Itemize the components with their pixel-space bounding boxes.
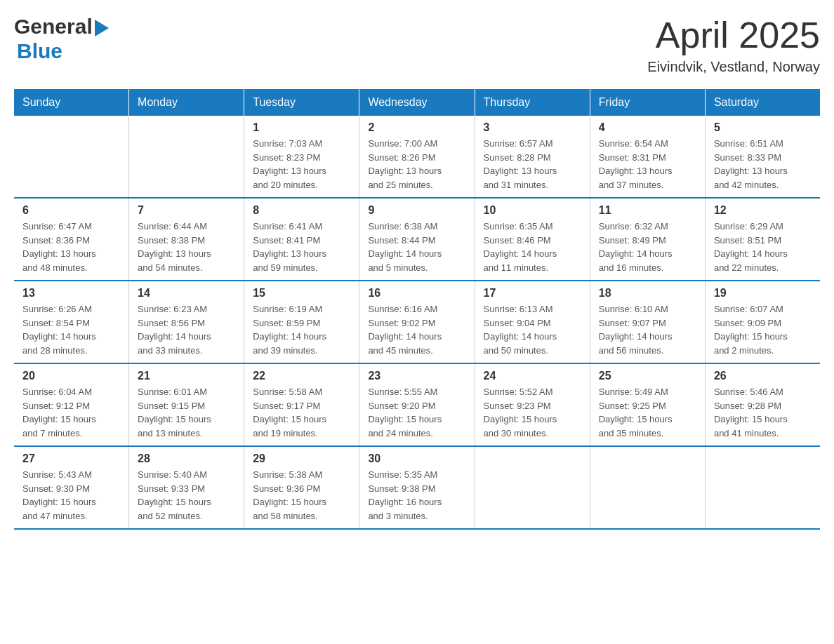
- calendar-body: 1Sunrise: 7:03 AM Sunset: 8:23 PM Daylig…: [14, 116, 820, 529]
- day-info: Sunrise: 6:35 AM Sunset: 8:46 PM Dayligh…: [484, 220, 581, 274]
- calendar-cell: 15Sunrise: 6:19 AM Sunset: 8:59 PM Dayli…: [244, 281, 359, 363]
- day-number: 11: [599, 204, 696, 217]
- calendar-cell: 22Sunrise: 5:58 AM Sunset: 9:17 PM Dayli…: [244, 363, 359, 446]
- calendar-cell: 29Sunrise: 5:38 AM Sunset: 9:36 PM Dayli…: [244, 446, 359, 529]
- calendar-cell: 23Sunrise: 5:55 AM Sunset: 9:20 PM Dayli…: [359, 363, 475, 446]
- calendar-cell: 21Sunrise: 6:01 AM Sunset: 9:15 PM Dayli…: [129, 363, 244, 446]
- weekday-header-wednesday: Wednesday: [359, 89, 475, 116]
- calendar-cell: [14, 116, 129, 198]
- weekday-header-saturday: Saturday: [705, 89, 820, 116]
- day-info: Sunrise: 6:16 AM Sunset: 9:02 PM Dayligh…: [368, 302, 465, 357]
- logo-arrow-icon: [95, 20, 109, 39]
- calendar-cell: 18Sunrise: 6:10 AM Sunset: 9:07 PM Dayli…: [590, 281, 705, 363]
- calendar-cell: 14Sunrise: 6:23 AM Sunset: 8:56 PM Dayli…: [129, 281, 244, 363]
- calendar-cell: 25Sunrise: 5:49 AM Sunset: 9:25 PM Dayli…: [590, 363, 705, 446]
- day-number: 8: [253, 204, 350, 217]
- day-info: Sunrise: 6:41 AM Sunset: 8:41 PM Dayligh…: [253, 220, 350, 274]
- day-number: 30: [368, 452, 465, 465]
- day-number: 3: [484, 121, 581, 134]
- day-info: Sunrise: 6:51 AM Sunset: 8:33 PM Dayligh…: [714, 137, 812, 192]
- weekday-header-tuesday: Tuesday: [244, 89, 359, 116]
- day-info: Sunrise: 5:46 AM Sunset: 9:28 PM Dayligh…: [714, 385, 812, 440]
- day-number: 21: [138, 370, 235, 382]
- logo-blue-text: Blue: [17, 39, 62, 62]
- calendar-cell: 3Sunrise: 6:57 AM Sunset: 8:28 PM Daylig…: [475, 116, 590, 198]
- day-info: Sunrise: 5:43 AM Sunset: 9:30 PM Dayligh…: [22, 468, 120, 523]
- day-number: 29: [253, 452, 350, 465]
- calendar-cell: 16Sunrise: 6:16 AM Sunset: 9:02 PM Dayli…: [359, 281, 475, 363]
- day-number: 2: [368, 121, 465, 134]
- day-number: 1: [253, 121, 350, 134]
- day-number: 7: [138, 204, 235, 217]
- calendar-cell: 30Sunrise: 5:35 AM Sunset: 9:38 PM Dayli…: [359, 446, 475, 529]
- calendar-cell: 11Sunrise: 6:32 AM Sunset: 8:49 PM Dayli…: [590, 198, 705, 281]
- calendar-week-row: 20Sunrise: 6:04 AM Sunset: 9:12 PM Dayli…: [14, 363, 820, 446]
- calendar-cell: [590, 446, 705, 529]
- day-number: 13: [22, 287, 120, 300]
- day-info: Sunrise: 6:57 AM Sunset: 8:28 PM Dayligh…: [484, 137, 581, 192]
- calendar-cell: 6Sunrise: 6:47 AM Sunset: 8:36 PM Daylig…: [14, 198, 129, 281]
- day-info: Sunrise: 6:13 AM Sunset: 9:04 PM Dayligh…: [484, 302, 581, 357]
- day-number: 26: [714, 370, 812, 382]
- day-info: Sunrise: 6:07 AM Sunset: 9:09 PM Dayligh…: [714, 302, 812, 357]
- calendar-cell: 24Sunrise: 5:52 AM Sunset: 9:23 PM Dayli…: [475, 363, 590, 446]
- day-number: 25: [599, 370, 696, 382]
- day-info: Sunrise: 6:44 AM Sunset: 8:38 PM Dayligh…: [138, 220, 235, 274]
- day-info: Sunrise: 6:54 AM Sunset: 8:31 PM Dayligh…: [599, 137, 696, 192]
- calendar-cell: 9Sunrise: 6:38 AM Sunset: 8:44 PM Daylig…: [359, 198, 475, 281]
- calendar-cell: 19Sunrise: 6:07 AM Sunset: 9:09 PM Dayli…: [705, 281, 820, 363]
- day-info: Sunrise: 6:04 AM Sunset: 9:12 PM Dayligh…: [22, 385, 120, 440]
- day-number: 24: [484, 370, 581, 382]
- day-number: 18: [599, 287, 696, 300]
- day-number: 4: [599, 121, 696, 134]
- title-area: April 2025 Eivindvik, Vestland, Norway: [647, 14, 820, 75]
- calendar-cell: 26Sunrise: 5:46 AM Sunset: 9:28 PM Dayli…: [705, 363, 820, 446]
- day-number: 23: [368, 370, 465, 382]
- day-number: 9: [368, 204, 465, 217]
- day-info: Sunrise: 6:26 AM Sunset: 8:54 PM Dayligh…: [22, 302, 120, 357]
- day-number: 15: [253, 287, 350, 300]
- day-info: Sunrise: 6:32 AM Sunset: 8:49 PM Dayligh…: [599, 220, 696, 274]
- calendar-cell: 4Sunrise: 6:54 AM Sunset: 8:31 PM Daylig…: [590, 116, 705, 198]
- day-info: Sunrise: 5:35 AM Sunset: 9:38 PM Dayligh…: [368, 468, 465, 523]
- day-number: 19: [714, 287, 812, 300]
- day-info: Sunrise: 5:49 AM Sunset: 9:25 PM Dayligh…: [599, 385, 696, 440]
- day-info: Sunrise: 7:00 AM Sunset: 8:26 PM Dayligh…: [368, 137, 465, 192]
- calendar-week-row: 6Sunrise: 6:47 AM Sunset: 8:36 PM Daylig…: [14, 198, 820, 281]
- calendar-cell: 17Sunrise: 6:13 AM Sunset: 9:04 PM Dayli…: [475, 281, 590, 363]
- day-info: Sunrise: 5:38 AM Sunset: 9:36 PM Dayligh…: [253, 468, 350, 523]
- calendar-week-row: 13Sunrise: 6:26 AM Sunset: 8:54 PM Dayli…: [14, 281, 820, 363]
- calendar-cell: 28Sunrise: 5:40 AM Sunset: 9:33 PM Dayli…: [129, 446, 244, 529]
- logo-general-text: General: [14, 15, 93, 39]
- calendar-cell: 27Sunrise: 5:43 AM Sunset: 9:30 PM Dayli…: [14, 446, 129, 529]
- calendar-cell: 12Sunrise: 6:29 AM Sunset: 8:51 PM Dayli…: [705, 198, 820, 281]
- weekday-header-row: SundayMondayTuesdayWednesdayThursdayFrid…: [14, 89, 820, 116]
- day-info: Sunrise: 5:52 AM Sunset: 9:23 PM Dayligh…: [484, 385, 581, 440]
- calendar-header: SundayMondayTuesdayWednesdayThursdayFrid…: [14, 89, 820, 116]
- day-info: Sunrise: 6:47 AM Sunset: 8:36 PM Dayligh…: [22, 220, 120, 274]
- day-info: Sunrise: 6:23 AM Sunset: 8:56 PM Dayligh…: [138, 302, 235, 357]
- day-number: 17: [484, 287, 581, 300]
- day-info: Sunrise: 6:19 AM Sunset: 8:59 PM Dayligh…: [253, 302, 350, 357]
- day-number: 27: [22, 452, 120, 465]
- day-number: 20: [22, 370, 120, 382]
- weekday-header-friday: Friday: [590, 89, 705, 116]
- calendar-cell: 7Sunrise: 6:44 AM Sunset: 8:38 PM Daylig…: [129, 198, 244, 281]
- weekday-header-monday: Monday: [129, 89, 244, 116]
- calendar-table: SundayMondayTuesdayWednesdayThursdayFrid…: [14, 89, 820, 530]
- calendar-cell: [705, 446, 820, 529]
- logo: General Blue: [14, 14, 109, 63]
- day-number: 22: [253, 370, 350, 382]
- day-info: Sunrise: 5:40 AM Sunset: 9:33 PM Dayligh…: [138, 468, 235, 523]
- day-info: Sunrise: 6:01 AM Sunset: 9:15 PM Dayligh…: [138, 385, 235, 440]
- day-number: 10: [484, 204, 581, 217]
- calendar-cell: 2Sunrise: 7:00 AM Sunset: 8:26 PM Daylig…: [359, 116, 475, 198]
- page-header: General Blue April 2025 Eivindvik, Vestl…: [14, 14, 820, 75]
- day-info: Sunrise: 6:38 AM Sunset: 8:44 PM Dayligh…: [368, 220, 465, 274]
- day-info: Sunrise: 6:29 AM Sunset: 8:51 PM Dayligh…: [714, 220, 812, 274]
- day-info: Sunrise: 5:58 AM Sunset: 9:17 PM Dayligh…: [253, 385, 350, 440]
- day-number: 14: [138, 287, 235, 300]
- svg-marker-0: [95, 20, 109, 36]
- calendar-week-row: 1Sunrise: 7:03 AM Sunset: 8:23 PM Daylig…: [14, 116, 820, 198]
- calendar-cell: 8Sunrise: 6:41 AM Sunset: 8:41 PM Daylig…: [244, 198, 359, 281]
